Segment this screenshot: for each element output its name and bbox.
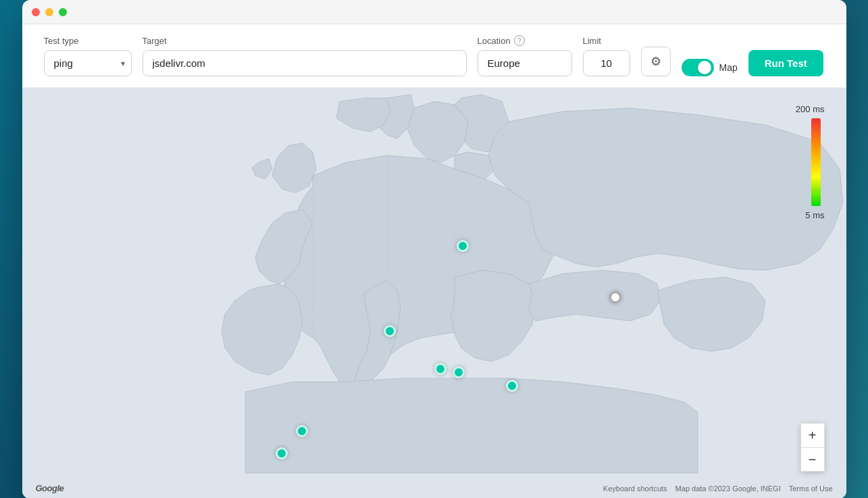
map-container: 200 ms 5 ms + − Google Keyboard shortcut… <box>22 88 846 498</box>
test-type-select-wrapper: ping traceroute dns http ▾ <box>44 50 132 76</box>
limit-group: Limit <box>583 36 630 76</box>
app-window: Test type ping traceroute dns http ▾ Tar… <box>22 0 846 498</box>
target-label: Target <box>143 36 467 46</box>
legend-max-label: 200 ms <box>796 104 825 114</box>
location-info-icon[interactable]: ? <box>514 35 525 46</box>
target-input[interactable] <box>143 50 467 76</box>
map-attribution: Keyboard shortcuts Map data ©2023 Google… <box>603 484 833 493</box>
ping-dot-5[interactable] <box>506 380 518 392</box>
legend-color-bar <box>811 118 821 206</box>
terms-of-use-link[interactable]: Terms of Use <box>789 484 833 493</box>
map-zoom-controls: + − <box>800 423 825 472</box>
zoom-in-button[interactable]: + <box>800 423 825 447</box>
ping-dot-8[interactable] <box>609 291 621 303</box>
toggle-knob <box>698 61 711 74</box>
map-legend: 200 ms 5 ms <box>796 104 825 220</box>
close-dot[interactable] <box>32 8 40 16</box>
map-footer: Google Keyboard shortcuts Map data ©2023… <box>36 483 833 493</box>
ping-dot-3[interactable] <box>434 363 446 375</box>
ping-dot-1[interactable] <box>457 240 469 252</box>
ping-dot-4[interactable] <box>453 366 465 378</box>
legend-min-label: 5 ms <box>805 210 824 220</box>
location-input[interactable] <box>478 50 572 76</box>
test-type-select[interactable]: ping traceroute dns http <box>44 50 132 76</box>
test-type-label: Test type <box>44 36 132 46</box>
test-type-group: Test type ping traceroute dns http ▾ <box>44 36 132 76</box>
title-bar <box>22 0 846 24</box>
location-label: Location ? <box>478 35 572 46</box>
ping-dot-7[interactable] <box>276 447 288 459</box>
maximize-dot[interactable] <box>59 8 67 16</box>
zoom-out-button[interactable]: − <box>800 447 825 472</box>
map-toggle[interactable] <box>682 59 714 76</box>
map-toggle-container: Map <box>682 59 738 76</box>
location-group: Location ? <box>478 35 572 76</box>
google-logo: Google <box>36 483 64 493</box>
map-toggle-label: Map <box>719 62 738 73</box>
target-group: Target <box>143 36 467 76</box>
map-data-text: Map data ©2023 Google, INEGI <box>675 484 781 493</box>
ping-dot-6[interactable] <box>296 425 308 437</box>
controls-bar: Test type ping traceroute dns http ▾ Tar… <box>22 24 846 88</box>
map-svg <box>22 88 846 498</box>
settings-button[interactable]: ⚙ <box>641 47 671 76</box>
minimize-dot[interactable] <box>45 8 53 16</box>
ping-dot-2[interactable] <box>384 325 396 337</box>
keyboard-shortcuts-link[interactable]: Keyboard shortcuts <box>603 484 667 493</box>
run-test-button[interactable]: Run Test <box>748 50 823 76</box>
limit-label: Limit <box>583 36 630 46</box>
limit-input[interactable] <box>583 50 630 76</box>
